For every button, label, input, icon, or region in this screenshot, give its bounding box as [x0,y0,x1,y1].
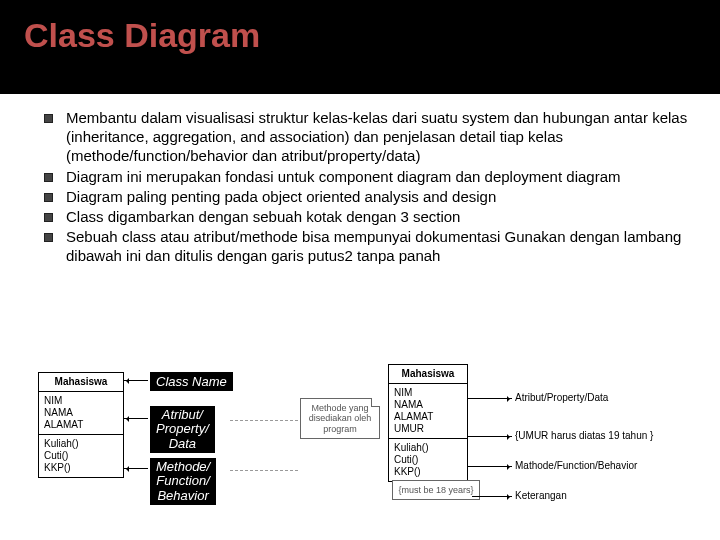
bullet-item: Class digambarkan dengan sebuah kotak de… [24,207,696,226]
bullet-item: Diagram paling penting pada object orien… [24,187,696,206]
label-right-keterangan: Keterangan [515,490,567,501]
label-method-function-behavior: Methode/ Function/ Behavior [150,458,216,505]
uml-class-name: Mahasiswa [39,373,123,391]
uml-class-methods: Kuliah() Cuti() KKP() [389,438,467,481]
arrow-icon [468,398,512,399]
arrow-icon [124,468,148,469]
label-right-method: Mathode/Function/Behavior [515,460,637,471]
diagram-area: Mahasiswa NIM NAMA ALAMAT Kuliah() Cuti(… [0,350,720,540]
arrow-icon [124,380,148,381]
arrow-icon [124,418,148,419]
uml-class-attrs: NIM NAMA ALAMAT [39,391,123,434]
bullet-item: Sebuah class atau atribut/methode bisa m… [24,227,696,265]
bullet-list: Membantu dalam visualisasi struktur kela… [24,108,696,266]
slide-content: Membantu dalam visualisasi struktur kela… [0,94,720,266]
uml-note-right: {must be 18 years} [392,480,480,500]
label-right-attr: Atribut/Property/Data [515,392,608,403]
uml-note-left: Methode yang disediakan oleh program [300,398,380,439]
uml-class-left: Mahasiswa NIM NAMA ALAMAT Kuliah() Cuti(… [38,372,124,478]
uml-class-methods: Kuliah() Cuti() KKP() [39,434,123,477]
uml-class-name: Mahasiswa [389,365,467,383]
slide-title: Class Diagram [24,16,696,55]
arrow-icon [468,466,512,467]
uml-class-right: Mahasiswa NIM NAMA ALAMAT UMUR Kuliah() … [388,364,468,482]
label-classname: Class Name [150,372,233,391]
dashed-connector [230,420,298,421]
bullet-item: Membantu dalam visualisasi struktur kela… [24,108,696,166]
arrow-icon [472,496,512,497]
dashed-connector [230,470,298,471]
label-right-constraint: {UMUR harus diatas 19 tahun } [515,430,653,441]
uml-class-attrs: NIM NAMA ALAMAT UMUR [389,383,467,438]
slide-header: Class Diagram [0,0,720,94]
arrow-icon [468,436,512,437]
bullet-item: Diagram ini merupakan fondasi untuk comp… [24,167,696,186]
label-attribute-property-data: Atribut/ Property/ Data [150,406,215,453]
